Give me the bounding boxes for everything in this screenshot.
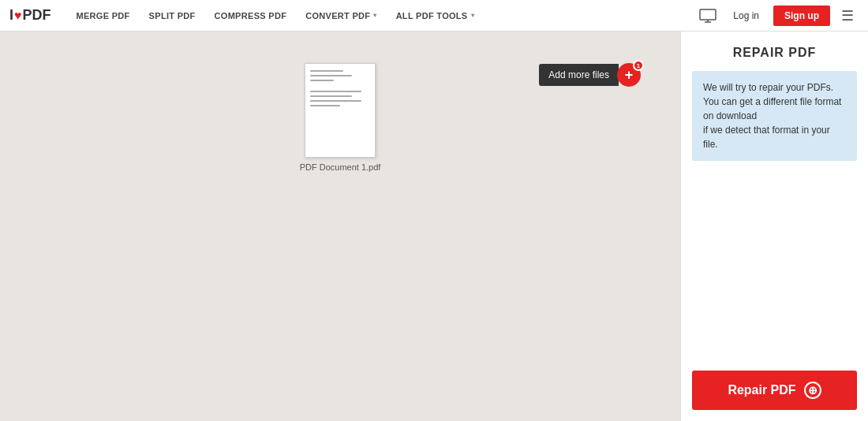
hamburger-icon[interactable]: ☰ <box>836 7 859 24</box>
header: I ♥ PDF MERGE PDF SPLIT PDF COMPRESS PDF… <box>0 0 868 32</box>
pdf-line-4 <box>310 91 361 92</box>
signup-button[interactable]: Sign up <box>773 6 830 26</box>
pdf-thumbnail[interactable]: PDF Document 1.pdf <box>300 63 381 172</box>
sidebar-title: REPAIR PDF <box>681 32 868 71</box>
logo-i: I <box>9 7 13 24</box>
monitor-icon <box>697 5 719 27</box>
pdf-line-2 <box>310 75 352 76</box>
add-more-badge: 1 <box>633 60 644 71</box>
pdf-line-3 <box>310 80 334 81</box>
add-more-label: Add more files <box>539 64 619 86</box>
logo[interactable]: I ♥ PDF <box>9 7 51 24</box>
add-more-circle-icon: + 1 <box>617 63 641 87</box>
pdf-line-7 <box>310 105 340 106</box>
sidebar-info-box: We will try to repair your PDFs.You can … <box>692 71 857 161</box>
repair-pdf-label: Repair PDF <box>728 383 795 397</box>
pdf-line-1 <box>310 70 343 72</box>
pdf-filename: PDF Document 1.pdf <box>300 162 381 172</box>
header-right: Log in Sign up ☰ <box>697 5 859 27</box>
all-pdf-tools-arrow-icon: ▾ <box>471 12 474 19</box>
nav-all-pdf-tools[interactable]: ALL PDF TOOLS ▾ <box>387 11 484 20</box>
repair-plus-icon: ⊕ <box>808 384 817 397</box>
login-button[interactable]: Log in <box>725 7 767 24</box>
repair-circle-icon: ⊕ <box>804 382 821 399</box>
content-area: PDF Document 1.pdf Add more files + 1 <box>0 32 680 421</box>
sidebar-spacer <box>681 161 868 360</box>
convert-pdf-arrow-icon: ▾ <box>373 12 376 19</box>
add-more-files-button[interactable]: Add more files + 1 <box>539 63 641 87</box>
sidebar-info-text: We will try to repair your PDFs.You can … <box>703 82 841 150</box>
logo-heart-icon: ♥ <box>14 9 22 23</box>
pdf-page-preview <box>305 63 376 158</box>
svg-rect-0 <box>700 9 716 20</box>
logo-pdf: PDF <box>23 7 51 24</box>
sidebar: REPAIR PDF We will try to repair your PD… <box>680 32 868 421</box>
pdf-line-5 <box>310 95 352 97</box>
pdf-line-6 <box>310 100 361 102</box>
nav-compress-pdf[interactable]: COMPRESS PDF <box>205 11 297 20</box>
nav-convert-pdf[interactable]: CONVERT PDF ▾ <box>296 11 386 20</box>
main-content: PDF Document 1.pdf Add more files + 1 RE… <box>0 32 868 421</box>
main-nav: MERGE PDF SPLIT PDF COMPRESS PDF CONVERT… <box>67 11 698 20</box>
nav-split-pdf[interactable]: SPLIT PDF <box>140 11 205 20</box>
nav-merge-pdf[interactable]: MERGE PDF <box>67 11 140 20</box>
add-more-plus-icon: + <box>625 67 634 84</box>
repair-pdf-button[interactable]: Repair PDF ⊕ <box>692 371 857 410</box>
